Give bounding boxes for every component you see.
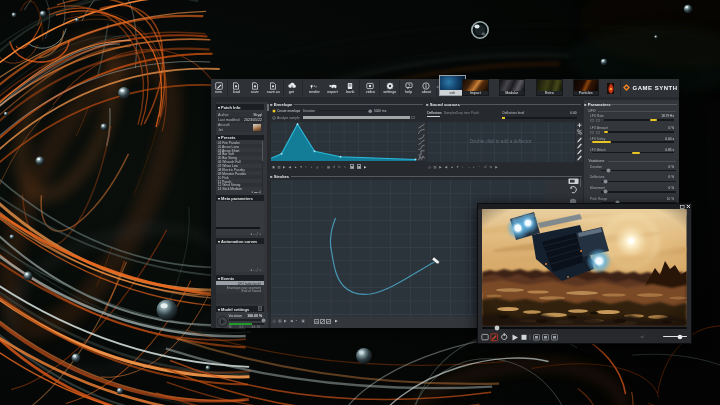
svg-text:?: ? [408,82,411,87]
